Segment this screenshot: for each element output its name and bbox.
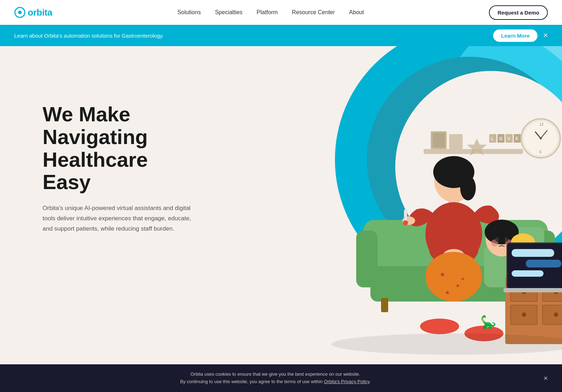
cookie-text: Orbita uses cookies to ensure that we gi… xyxy=(14,371,536,386)
privacy-policy-link[interactable]: Orbita's Privacy Policy xyxy=(324,379,369,384)
svg-text:★: ★ xyxy=(461,276,465,281)
hero-svg: L O V E 12 6 xyxy=(243,46,562,365)
request-demo-button[interactable]: Request a Demo xyxy=(489,5,548,20)
svg-point-78 xyxy=(331,333,562,355)
svg-text:★: ★ xyxy=(445,289,450,296)
svg-point-56 xyxy=(495,237,499,242)
nav-item-resource-center[interactable]: Resource Center xyxy=(292,9,335,16)
svg-point-25 xyxy=(540,137,542,139)
cookie-banner: Orbita uses cookies to ensure that we gi… xyxy=(0,364,562,392)
svg-point-69 xyxy=(522,313,526,317)
svg-text:★: ★ xyxy=(440,271,445,278)
nav-links: Solutions Specialties Platform Resource … xyxy=(177,9,364,16)
cookie-close-button[interactable]: × xyxy=(544,374,548,382)
svg-text:E: E xyxy=(516,136,518,141)
learn-more-button[interactable]: Learn More xyxy=(493,29,538,42)
svg-point-57 xyxy=(505,237,508,242)
svg-point-35 xyxy=(460,176,476,200)
svg-text:V: V xyxy=(507,136,510,141)
svg-rect-66 xyxy=(542,305,562,325)
hero-title: We Make Navigating Healthcare Easy xyxy=(43,103,199,193)
nav-item-platform[interactable]: Platform xyxy=(257,9,278,16)
svg-rect-28 xyxy=(356,231,378,287)
svg-point-41 xyxy=(403,220,408,225)
svg-rect-76 xyxy=(503,288,562,292)
navbar: orbita Solutions Specialties Platform Re… xyxy=(0,0,562,25)
announcement-banner: Learn about Orbita's automation solution… xyxy=(0,25,562,46)
svg-text:★: ★ xyxy=(456,283,460,288)
nav-item-solutions[interactable]: Solutions xyxy=(177,9,201,16)
svg-rect-30 xyxy=(381,298,388,312)
nav-item-about[interactable]: About xyxy=(349,9,364,16)
banner-text: Learn about Orbita's automation solution… xyxy=(14,33,164,39)
svg-point-1 xyxy=(18,11,22,14)
logo-text: orbita xyxy=(28,7,52,18)
hero-section: We Make Navigating Healthcare Easy Orbit… xyxy=(0,46,562,365)
hero-content: We Make Navigating Healthcare Easy Orbit… xyxy=(0,46,199,234)
svg-point-70 xyxy=(554,313,558,317)
banner-actions: Learn More × xyxy=(493,29,548,42)
svg-rect-40 xyxy=(404,209,407,222)
nav-item-specialties[interactable]: Specialties xyxy=(215,9,242,16)
hero-description: Orbita's unique AI-powered virtual assis… xyxy=(43,203,192,234)
svg-text:12: 12 xyxy=(539,122,544,126)
svg-point-44 xyxy=(425,252,482,302)
banner-close-button[interactable]: × xyxy=(543,32,548,39)
svg-rect-9 xyxy=(449,134,463,149)
svg-text:O: O xyxy=(499,136,502,141)
logo-icon xyxy=(14,7,26,18)
svg-rect-73 xyxy=(526,260,561,267)
logo[interactable]: orbita xyxy=(14,7,52,18)
hero-illustration: L O V E 12 6 xyxy=(243,46,562,365)
svg-rect-8 xyxy=(432,133,445,148)
svg-point-49 xyxy=(420,319,459,334)
svg-text:🦕: 🦕 xyxy=(480,314,496,330)
svg-rect-72 xyxy=(512,249,554,257)
svg-text:L: L xyxy=(491,136,494,141)
svg-rect-74 xyxy=(512,270,544,277)
svg-text:6: 6 xyxy=(539,150,541,154)
